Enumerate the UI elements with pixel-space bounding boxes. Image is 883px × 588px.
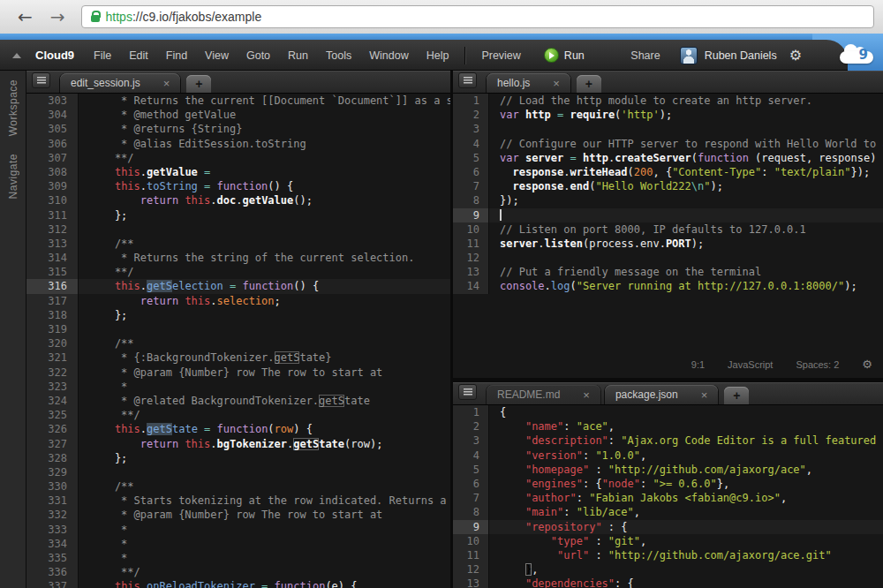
code-line[interactable]: 5var server = http.createServer(function… xyxy=(453,151,883,165)
code-line[interactable]: 316 this.getSelection = function() { xyxy=(26,279,450,293)
code-line[interactable]: 313 /** xyxy=(26,237,450,251)
line-number[interactable]: 331 xyxy=(26,494,79,508)
line-number[interactable]: 6 xyxy=(453,165,489,179)
line-number[interactable]: 337 xyxy=(26,579,79,588)
code-line[interactable]: 1// Load the http module to create an ht… xyxy=(453,94,883,108)
line-number[interactable]: 2 xyxy=(453,419,489,433)
code-line[interactable]: 14console.log("Server running at http://… xyxy=(453,279,883,293)
line-number[interactable]: 335 xyxy=(26,551,79,565)
code-line[interactable]: 310 return this.doc.getValue(); xyxy=(26,193,450,207)
line-number[interactable]: 9 xyxy=(453,208,489,222)
menu-help[interactable]: Help xyxy=(418,49,458,62)
rail-navigate-button[interactable]: Navigate xyxy=(7,154,19,199)
line-number[interactable]: 333 xyxy=(26,523,79,537)
code-line[interactable]: 12 xyxy=(453,251,883,265)
line-number[interactable]: 303 xyxy=(26,94,79,108)
browser-back-icon[interactable]: ← xyxy=(18,8,33,26)
code-line[interactable]: 3 "description": "Ajax.org Code Editor i… xyxy=(453,433,883,448)
code-line[interactable]: 1{ xyxy=(453,405,883,419)
code-line[interactable]: 2 "name": "ace", xyxy=(453,419,883,433)
menu-view[interactable]: View xyxy=(196,49,238,62)
line-number[interactable]: 309 xyxy=(26,179,79,193)
code-line[interactable]: 2var http = require('http'); xyxy=(453,108,883,122)
rail-workspace-button[interactable]: Workspace xyxy=(7,79,19,136)
tab-README.md[interactable]: README.md× xyxy=(487,385,600,404)
line-number[interactable]: 321 xyxy=(26,351,79,365)
line-number[interactable]: 1 xyxy=(453,405,489,419)
code-line[interactable]: 12 }, xyxy=(453,562,883,577)
tab-list-button[interactable] xyxy=(458,384,477,400)
line-number[interactable]: 11 xyxy=(453,548,489,562)
line-number[interactable]: 334 xyxy=(26,537,79,551)
line-number[interactable]: 322 xyxy=(26,366,79,380)
close-tab-icon[interactable]: × xyxy=(701,389,708,401)
code-line[interactable]: 4// Configure our HTTP server to respond… xyxy=(453,137,883,151)
line-number[interactable]: 308 xyxy=(26,165,79,179)
code-line[interactable]: 323 * xyxy=(26,380,450,394)
code-line[interactable]: 9 xyxy=(453,208,883,222)
code-line[interactable]: 4 "version": "1.0.0", xyxy=(453,449,883,463)
new-tab-button[interactable]: + xyxy=(724,387,749,404)
code-line[interactable]: 6 response.writeHead(200, {"Content-Type… xyxy=(453,165,883,179)
line-number[interactable]: 13 xyxy=(453,265,489,279)
line-number[interactable]: 5 xyxy=(453,151,489,165)
menu-find[interactable]: Find xyxy=(157,49,196,62)
line-number[interactable]: 318 xyxy=(26,308,79,322)
spaces-setting[interactable]: Spaces: 2 xyxy=(796,359,839,370)
code-line[interactable]: 7 "author": "Fabian Jakobs <fabian@c9.io… xyxy=(453,491,883,505)
code-line[interactable]: 320 /** xyxy=(26,336,450,351)
line-number[interactable]: 314 xyxy=(26,251,79,265)
browser-forward-icon[interactable]: → xyxy=(50,8,65,26)
tab-edit_session.js[interactable]: edit_session.js× xyxy=(60,73,180,93)
line-number[interactable]: 13 xyxy=(453,577,489,588)
code-line[interactable]: 13// Put a friendly message on the termi… xyxy=(453,265,883,279)
code-line[interactable]: 321 * {:BackgroundTokenizer.getState} xyxy=(26,351,450,365)
line-number[interactable]: 304 xyxy=(26,108,79,122)
tab-package.json[interactable]: package.json× xyxy=(605,385,718,404)
code-line[interactable]: 5 "homepage" : "http://github.com/ajaxor… xyxy=(453,463,883,477)
menu-tools[interactable]: Tools xyxy=(317,49,360,62)
line-number[interactable]: 8 xyxy=(453,505,489,519)
menu-window[interactable]: Window xyxy=(360,49,417,62)
line-number[interactable]: 9 xyxy=(453,520,489,534)
code-line[interactable]: 10// Listen on port 8000, IP defaults to… xyxy=(453,222,883,237)
new-tab-button[interactable]: + xyxy=(186,75,211,93)
line-number[interactable]: 6 xyxy=(453,477,489,491)
code-line[interactable]: 317 return this.selection; xyxy=(26,294,450,308)
code-line[interactable]: 9 "repository" : { xyxy=(453,520,883,534)
line-number[interactable]: 332 xyxy=(26,508,79,522)
code-line[interactable]: 309 this.toString = function() { xyxy=(26,179,450,193)
line-number[interactable]: 307 xyxy=(26,151,79,165)
code-line[interactable]: 303 * Returns the current [[Document `Do… xyxy=(26,94,450,108)
code-line[interactable]: 327 return this.bgTokenizer.getState(row… xyxy=(26,437,450,451)
run-button[interactable]: Run xyxy=(544,48,585,63)
code-line[interactable]: 10 "type" : "git", xyxy=(453,534,883,548)
line-number[interactable]: 12 xyxy=(453,562,489,577)
line-number[interactable]: 324 xyxy=(26,394,79,408)
line-number[interactable]: 329 xyxy=(26,465,79,479)
line-number[interactable]: 323 xyxy=(26,380,79,394)
settings-gear-icon[interactable]: ⚙ xyxy=(789,47,802,64)
user-name[interactable]: Ruben Daniels xyxy=(705,49,777,62)
line-number[interactable]: 325 xyxy=(26,408,79,422)
line-number[interactable]: 328 xyxy=(26,451,79,465)
line-number[interactable]: 3 xyxy=(453,122,489,136)
code-line[interactable]: 336 **/ xyxy=(26,565,450,579)
code-line[interactable]: 312 xyxy=(26,222,450,237)
line-number[interactable]: 306 xyxy=(26,137,79,151)
line-number[interactable]: 317 xyxy=(26,294,79,308)
code-line[interactable]: 311 }; xyxy=(26,208,450,222)
close-tab-icon[interactable]: × xyxy=(553,78,560,89)
line-number[interactable]: 327 xyxy=(26,437,79,451)
line-number[interactable]: 320 xyxy=(26,336,79,351)
code-line[interactable]: 333 * xyxy=(26,523,450,537)
code-line[interactable]: 324 * @related BackgroundTokenizer.getSt… xyxy=(26,394,450,408)
close-tab-icon[interactable]: × xyxy=(163,78,170,89)
line-number[interactable]: 312 xyxy=(26,222,79,237)
code-line[interactable]: 329 xyxy=(26,465,450,479)
code-line[interactable]: 7 response.end("Hello World222\n"); xyxy=(453,179,883,193)
code-line[interactable]: 334 * xyxy=(26,537,450,551)
tab-list-button[interactable] xyxy=(32,72,50,88)
code-editor-edit-session[interactable]: 303 * Returns the current [[Document `Do… xyxy=(26,94,450,588)
code-line[interactable]: 6 "engines": {"node": ">= 0.6.0"}, xyxy=(453,477,883,491)
